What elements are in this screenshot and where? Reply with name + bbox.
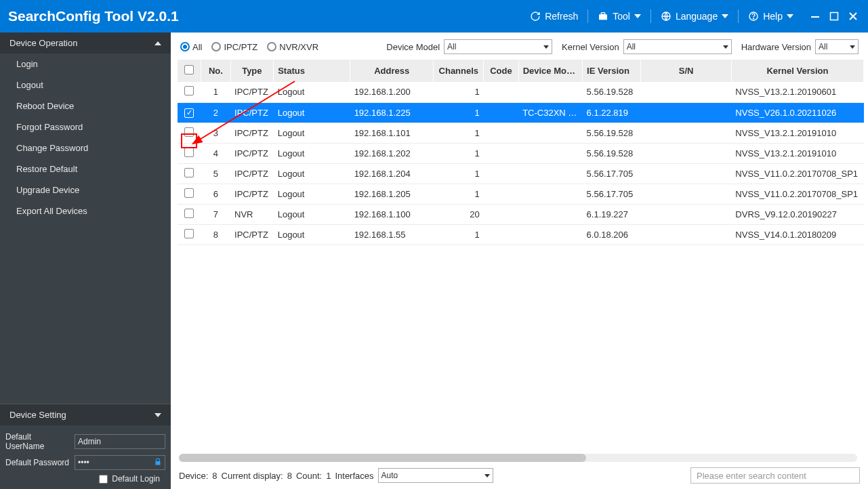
- col-channels[interactable]: Channels: [434, 60, 484, 82]
- table-row[interactable]: 5IPC/PTZLogout192.168.1.20415.56.17.705N…: [178, 163, 864, 184]
- cell-code: [484, 163, 518, 184]
- refresh-button[interactable]: Refresh: [520, 0, 587, 33]
- table-row[interactable]: 8IPC/PTZLogout192.168.1.5516.0.18.206NVS…: [178, 224, 864, 244]
- svg-rect-6: [831, 13, 838, 20]
- device-operation-items: Login Logout Reboot Device Forgot Passwo…: [0, 54, 171, 221]
- status-count-value: 1: [326, 471, 331, 481]
- cell-no: 7: [201, 204, 230, 224]
- search-input[interactable]: Please enter search content: [690, 467, 860, 484]
- radio-all-label: All: [192, 42, 202, 52]
- interfaces-value: Auto: [381, 471, 398, 480]
- sidebar-item-upgrade-device[interactable]: Upgrade Device: [0, 179, 171, 200]
- device-operation-header[interactable]: Device Operation: [0, 33, 171, 54]
- titlebar-actions: Refresh Tool Language Help: [520, 0, 860, 33]
- table-row[interactable]: 7NVRLogout192.168.1.100206.1.19.227DVRS_…: [178, 204, 864, 224]
- cell-ie-version: 6.0.18.206: [583, 224, 641, 244]
- horizontal-scrollbar[interactable]: [179, 454, 857, 462]
- col-status[interactable]: Status: [274, 60, 350, 82]
- cell-ie-version: 5.56.19.528: [583, 143, 641, 163]
- sidebar-item-login[interactable]: Login: [0, 54, 171, 75]
- col-kernel-version[interactable]: Kernel Version: [731, 60, 863, 82]
- table-header-row: No. Type Status Address Channels Code De…: [178, 60, 864, 82]
- cell-sn: [641, 204, 731, 224]
- tool-menu[interactable]: Tool: [588, 0, 650, 33]
- col-type[interactable]: Type: [230, 60, 274, 82]
- titlebar: SearchConfig Tool V2.0.1 Refresh Tool La…: [0, 0, 868, 33]
- row-checkbox[interactable]: [184, 229, 194, 238]
- kernel-version-label: Kernel Version: [562, 42, 619, 52]
- chevron-down-icon: [484, 474, 490, 477]
- cell-code: [484, 82, 518, 102]
- table-row[interactable]: 1IPC/PTZLogout192.168.1.20015.56.19.528N…: [178, 82, 864, 102]
- col-no[interactable]: No.: [201, 60, 230, 82]
- col-sn[interactable]: S/N: [641, 60, 731, 82]
- content: All IPC/PTZ NVR/XVR Device Model All: [171, 33, 868, 489]
- default-username-input[interactable]: [78, 437, 162, 446]
- cell-device-model: [518, 82, 582, 102]
- hardware-version-dropdown[interactable]: All: [815, 39, 859, 54]
- col-code[interactable]: Code: [484, 60, 518, 82]
- row-checkbox[interactable]: [184, 86, 194, 95]
- kernel-version-value: All: [627, 42, 636, 51]
- radio-ipc[interactable]: IPC/PTZ: [211, 42, 257, 52]
- sidebar-item-reboot[interactable]: Reboot Device: [0, 95, 171, 116]
- select-all-checkbox[interactable]: [184, 65, 194, 75]
- row-checkbox[interactable]: [184, 127, 194, 137]
- cell-device-model: [518, 184, 582, 204]
- sidebar-item-restore-default[interactable]: Restore Default: [0, 158, 171, 179]
- help-menu[interactable]: Help: [739, 0, 803, 33]
- table-row[interactable]: 3IPC/PTZLogout192.168.1.10115.56.19.528N…: [178, 123, 864, 143]
- maximize-button[interactable]: [827, 9, 841, 23]
- row-checkbox[interactable]: [184, 148, 194, 157]
- table-row[interactable]: 4IPC/PTZLogout192.168.1.20215.56.19.528N…: [178, 143, 864, 163]
- cell-channels: 1: [434, 184, 484, 204]
- language-label: Language: [676, 11, 718, 22]
- credentials-panel: Default UserName Default Password Defaul…: [0, 425, 171, 489]
- language-menu[interactable]: Language: [651, 0, 738, 33]
- radio-all[interactable]: All: [180, 42, 202, 52]
- cell-sn: [641, 143, 731, 163]
- cell-status: Logout: [274, 204, 350, 224]
- sidebar-item-change-password[interactable]: Change Password: [0, 137, 171, 158]
- status-interfaces-label: Interfaces: [335, 471, 373, 481]
- cell-address: 192.168.1.204: [350, 163, 434, 184]
- status-current-label: Current display:: [222, 471, 283, 481]
- lock-icon: [154, 458, 162, 468]
- scrollbar-thumb[interactable]: [179, 454, 586, 462]
- table-row[interactable]: 6IPC/PTZLogout192.168.1.20515.56.17.705N…: [178, 184, 864, 204]
- help-icon: [748, 11, 759, 22]
- device-model-dropdown[interactable]: All: [444, 39, 552, 54]
- interfaces-dropdown[interactable]: Auto: [378, 468, 493, 483]
- cell-kernel-version: NVSS_V13.2.1.20191010: [731, 123, 863, 143]
- minimize-button[interactable]: [808, 9, 822, 23]
- svg-point-4: [753, 18, 754, 19]
- device-setting-header[interactable]: Device Setting: [0, 404, 171, 425]
- globe-icon: [661, 11, 671, 22]
- sidebar-item-forgot-password[interactable]: Forgot Password: [0, 116, 171, 137]
- chevron-down-icon: [722, 14, 728, 18]
- col-address[interactable]: Address: [350, 60, 434, 82]
- row-checkbox[interactable]: [184, 108, 194, 118]
- close-button[interactable]: [846, 9, 860, 23]
- row-checkbox[interactable]: [184, 209, 194, 218]
- kernel-version-dropdown[interactable]: All: [623, 39, 732, 54]
- cell-code: [484, 204, 518, 224]
- status-count-label: Count:: [296, 471, 322, 481]
- cell-device-model: [518, 163, 582, 184]
- col-ie-version[interactable]: IE Version: [583, 60, 641, 82]
- cell-status: Logout: [274, 224, 350, 244]
- cell-device-model: TC-C32XN S…: [518, 102, 582, 123]
- cell-sn: [641, 163, 731, 184]
- table-row[interactable]: 2IPC/PTZLogout192.168.1.2251TC-C32XN S…6…: [178, 102, 864, 123]
- sidebar-item-export-all[interactable]: Export All Devices: [0, 200, 171, 221]
- row-checkbox[interactable]: [184, 168, 194, 177]
- default-password-input[interactable]: [78, 458, 151, 467]
- sidebar-item-logout[interactable]: Logout: [0, 75, 171, 95]
- radio-nvr[interactable]: NVR/XVR: [267, 42, 318, 52]
- cell-type: IPC/PTZ: [230, 163, 274, 184]
- row-checkbox[interactable]: [184, 188, 194, 198]
- default-login-checkbox[interactable]: [99, 475, 108, 484]
- cell-address: 192.168.1.202: [350, 143, 434, 163]
- tool-label: Tool: [613, 11, 630, 22]
- col-device-model[interactable]: Device Model: [518, 60, 582, 82]
